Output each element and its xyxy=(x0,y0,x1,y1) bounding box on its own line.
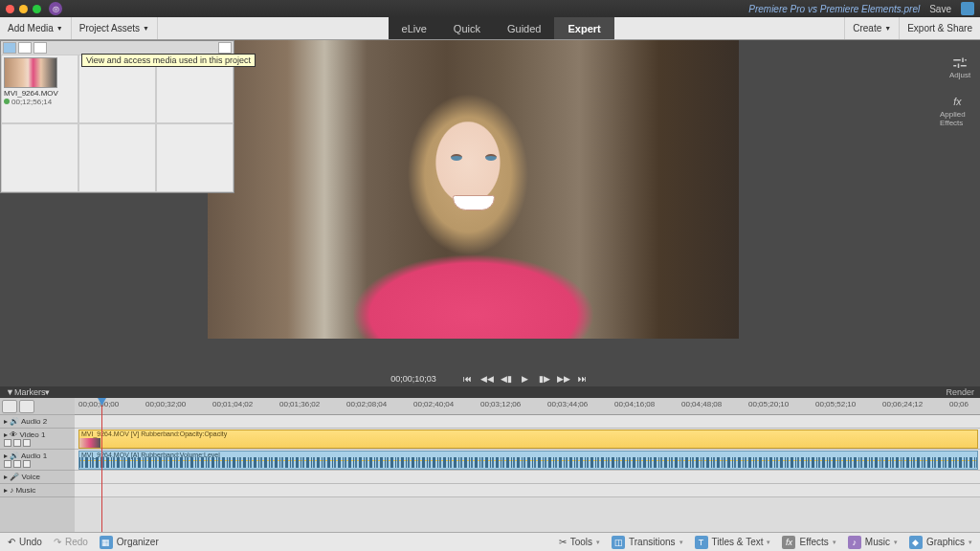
ruler-tick: 00;06;24;12 xyxy=(882,400,923,408)
undo-button[interactable]: ↶Undo xyxy=(8,537,42,547)
minimize-icon[interactable] xyxy=(19,5,28,13)
asset-view-grid-button[interactable] xyxy=(3,42,16,54)
add-media-menu[interactable]: Add Media▼ xyxy=(0,17,72,39)
export-share-menu[interactable]: Export & Share xyxy=(899,17,980,39)
asset-filter-button[interactable] xyxy=(33,42,47,54)
save-button[interactable]: Save xyxy=(929,4,951,14)
project-assets-tooltip: View and access media used in this proje… xyxy=(81,54,256,67)
graphics-label: Graphics xyxy=(926,537,965,547)
project-assets-menu[interactable]: Project Assets▼ xyxy=(72,17,158,39)
asset-empty-cell[interactable] xyxy=(156,123,234,192)
asset-filename: MVI_9264.MOV xyxy=(4,89,76,98)
titles-icon: T xyxy=(695,536,708,549)
markers-label[interactable]: Markers xyxy=(14,387,46,397)
track-voice[interactable] xyxy=(75,471,980,484)
track-music[interactable] xyxy=(75,484,980,497)
workspace: MVI_9264.MOV 00;12;56;14 View and access… xyxy=(0,40,980,386)
timeline-ruler[interactable]: 00;00;00;00 00;00;32;00 00;01;04;02 00;0… xyxy=(75,398,980,415)
tab-quick[interactable]: Quick xyxy=(440,17,494,39)
applied-effects-button[interactable]: fx Applied Effects xyxy=(940,93,980,127)
asset-empty-cell[interactable] xyxy=(1,123,78,192)
goto-start-button[interactable]: ⏮ xyxy=(461,373,475,385)
track-header-audio1[interactable]: ▸ 🔊 Audio 1 xyxy=(0,450,75,471)
music-icon: ♪ xyxy=(848,536,861,549)
timeline-tracks-area[interactable]: 00;00;00;00 00;00;32;00 00;01;04;02 00;0… xyxy=(75,398,980,532)
timecode-display: 00;00;10;03 xyxy=(390,374,436,384)
video-clip[interactable]: MVI_9264.MOV [V] Rubberband:Opacity:Opac… xyxy=(78,430,978,449)
adjust-button[interactable]: Adjust xyxy=(949,54,970,79)
close-icon[interactable] xyxy=(6,5,14,13)
timeline-track-headers: ▸ 🔊 Audio 2 ▸ 👁 Video 1 ▸ 🔊 Audio 1 ▸ 🎤 … xyxy=(0,398,75,532)
music-button[interactable]: ♪Music▾ xyxy=(848,536,898,549)
transitions-icon: ◫ xyxy=(612,536,625,549)
track-header-audio2[interactable]: ▸ 🔊 Audio 2 xyxy=(0,415,75,429)
app-icon: ◎ xyxy=(49,2,62,15)
transport-bar: 00;00;10;03 ⏮ ◀◀ ◀▮ ▶ ▮▶ ▶▶ ⏭ xyxy=(0,371,980,386)
track-video1[interactable]: MVI_9264.MOV [V] Rubberband:Opacity:Opac… xyxy=(75,429,980,450)
asset-grid: MVI_9264.MOV 00;12;56;14 xyxy=(1,55,234,192)
timeline-tool-2[interactable] xyxy=(19,400,34,413)
titles-label: Titles & Text xyxy=(712,537,764,547)
adjust-label: Adjust xyxy=(949,71,970,79)
render-button[interactable]: Render xyxy=(946,387,974,397)
audio-clip[interactable]: MVI_9264.MOV [A] Rubberband:Volume:Level xyxy=(78,451,978,470)
effects-button[interactable]: fxEffects▾ xyxy=(782,536,835,549)
frame-back-button[interactable]: ◀▮ xyxy=(500,373,513,385)
audio-waveform xyxy=(79,457,977,468)
ruler-tick: 00;04;16;08 xyxy=(614,400,655,408)
selection-tool[interactable] xyxy=(2,400,17,413)
asset-item[interactable]: MVI_9264.MOV 00;12;56;14 xyxy=(1,55,78,123)
organizer-button[interactable]: ▦Organizer xyxy=(100,536,159,549)
track-header-music[interactable]: ▸ ♪ Music xyxy=(0,484,75,497)
redo-button[interactable]: ↷Redo xyxy=(54,537,88,547)
timeline-playhead[interactable] xyxy=(101,398,102,532)
transitions-button[interactable]: ◫Transitions▾ xyxy=(612,536,683,549)
ruler-tick: 00;05;52;10 xyxy=(815,400,856,408)
ruler-tick: 00;02;08;04 xyxy=(346,400,387,408)
ruler-tick: 00;05;20;10 xyxy=(748,400,789,408)
fx-icon: fx xyxy=(951,93,969,110)
asset-toolbar xyxy=(1,41,234,55)
svg-text:fx: fx xyxy=(953,96,962,107)
undo-icon: ↶ xyxy=(8,537,15,547)
track-audio1[interactable]: MVI_9264.MOV [A] Rubberband:Volume:Level xyxy=(75,450,980,471)
undo-label: Undo xyxy=(19,537,42,547)
asset-empty-cell[interactable] xyxy=(78,123,156,192)
ruler-tick: 00;00;32;00 xyxy=(145,400,186,408)
ruler-tick: 00;01;04;02 xyxy=(212,400,253,408)
export-share-label: Export & Share xyxy=(907,23,972,33)
track-header-voice[interactable]: ▸ 🎤 Voice xyxy=(0,471,75,484)
track-audio2[interactable] xyxy=(75,415,980,429)
create-menu[interactable]: Create▼ xyxy=(844,17,899,39)
tab-guided[interactable]: Guided xyxy=(494,17,554,39)
track-header-video1[interactable]: ▸ 👁 Video 1 xyxy=(0,429,75,450)
frame-forward-button[interactable]: ▮▶ xyxy=(538,373,551,385)
step-forward-button[interactable]: ▶▶ xyxy=(557,373,570,385)
traffic-lights xyxy=(6,5,41,13)
music-label: Music xyxy=(865,537,890,547)
fullscreen-icon[interactable] xyxy=(961,2,974,15)
preview-monitor[interactable] xyxy=(208,40,739,339)
play-button[interactable]: ▶ xyxy=(519,373,532,385)
project-assets-label: Project Assets xyxy=(79,23,140,33)
tab-expert[interactable]: Expert xyxy=(554,17,613,39)
redo-icon: ↷ xyxy=(54,537,61,547)
asset-view-list-button[interactable] xyxy=(18,42,32,54)
video-clip-label: MVI_9264.MOV [V] Rubberband:Opacity:Opac… xyxy=(81,430,227,437)
sliders-icon xyxy=(951,54,969,71)
applied-effects-label: Applied Effects xyxy=(940,110,980,127)
goto-end-button[interactable]: ⏭ xyxy=(576,373,590,385)
ruler-tick: 00;00;00;00 xyxy=(78,400,119,408)
graphics-button[interactable]: ◆Graphics▾ xyxy=(909,536,972,549)
titles-button[interactable]: TTitles & Text▾ xyxy=(695,536,771,549)
tools-label: Tools xyxy=(570,537,592,547)
maximize-icon[interactable] xyxy=(33,5,41,13)
asset-duration: 00;12;56;14 xyxy=(4,98,76,106)
right-side-panel: Adjust fx Applied Effects xyxy=(940,54,980,127)
step-back-button[interactable]: ◀◀ xyxy=(480,373,494,385)
timeline-tools xyxy=(0,398,75,415)
tools-button[interactable]: ✂Tools▾ xyxy=(559,537,600,547)
tab-elive[interactable]: eLive xyxy=(389,17,440,39)
preview-frame xyxy=(208,40,739,339)
asset-add-button[interactable] xyxy=(218,42,232,54)
